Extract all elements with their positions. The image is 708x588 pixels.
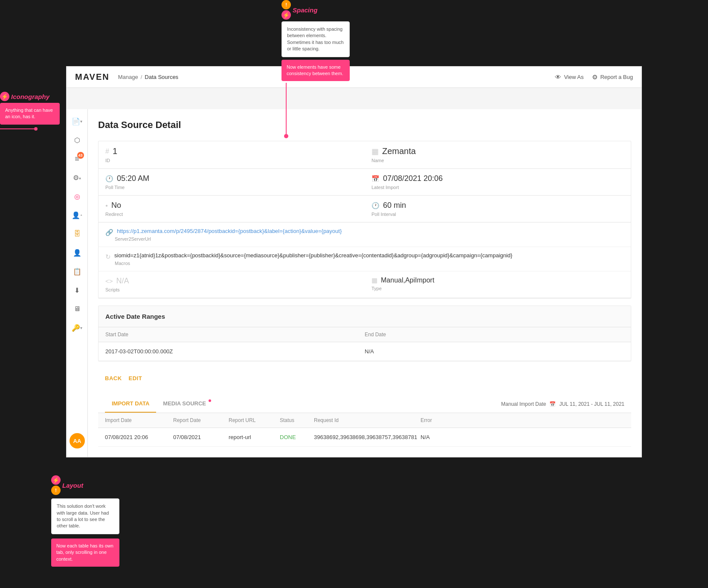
macros-label: Macros bbox=[115, 261, 624, 266]
poll-time-value: 05:20 AM bbox=[117, 174, 149, 183]
clock-icon-interval: 🕐 bbox=[371, 202, 380, 210]
col-report-date: Report Date bbox=[173, 417, 229, 423]
field-server-url: 🔗 https://p1.zemanta.com/p/2495/2874/pos… bbox=[99, 223, 631, 247]
badge-count: 43 bbox=[77, 152, 84, 159]
layout-warning-icon: ! bbox=[51, 486, 61, 495]
latest-import-value: 07/08/2021 20:06 bbox=[383, 174, 443, 183]
field-scripts: <> N/A Scripts bbox=[99, 271, 365, 298]
sidebar-icon-profile[interactable]: 👤 bbox=[70, 245, 85, 260]
cell-status: DONE bbox=[280, 434, 314, 440]
person-add-icon: 👤 bbox=[72, 211, 80, 219]
date-range-row: 2017-03-02T00:00:00.000Z N/A bbox=[99, 342, 631, 361]
tab-media-source[interactable]: MEDIA SOURCE bbox=[156, 395, 213, 413]
database-icon: 🗄 bbox=[74, 230, 81, 238]
id-value: 1 bbox=[113, 146, 117, 156]
breadcrumb-manage[interactable]: Manage bbox=[118, 74, 138, 80]
spacing-bolt-icon: ⚡ bbox=[281, 10, 291, 20]
avatar[interactable]: AA bbox=[70, 433, 85, 448]
col-status: Status bbox=[280, 417, 314, 423]
logo: MAVEN bbox=[75, 72, 110, 82]
file-icon: 📋 bbox=[73, 268, 81, 276]
sidebar-icon-file[interactable]: 📋 bbox=[70, 264, 85, 279]
sidebar-icon-list-badge[interactable]: ≡ 43 bbox=[70, 151, 85, 166]
redirect-label: Redirect bbox=[105, 212, 358, 217]
iconography-connector-line bbox=[0, 128, 34, 129]
redirect-value: No bbox=[111, 201, 121, 210]
hash-icon: # bbox=[105, 148, 109, 155]
end-date-value: N/A bbox=[365, 348, 624, 355]
spacing-annotation: ! ⚡ Spacing Inconsistency with spacing b… bbox=[281, 0, 350, 138]
tabs-list: IMPORT DATA MEDIA SOURCE bbox=[105, 395, 213, 413]
manual-import-date-label: Manual Import Date bbox=[501, 401, 546, 407]
edit-button[interactable]: EDIT bbox=[129, 375, 142, 381]
link-icon: 🔗 bbox=[105, 229, 113, 236]
start-date-value: 2017-03-02T00:00:00.000Z bbox=[105, 348, 365, 355]
spacing-new-text: Now elements have some consistency betwe… bbox=[281, 60, 350, 82]
sidebar-icon-key[interactable]: 🔑 ▾ bbox=[70, 320, 85, 335]
circle-dot-icon: ● bbox=[105, 203, 108, 208]
sidebar-icon-database[interactable]: 🗄 bbox=[70, 226, 85, 242]
spacing-connector-line bbox=[286, 83, 287, 134]
field-latest-import: 📅 07/08/2021 20:06 Latest Import bbox=[365, 169, 631, 195]
breadcrumb: Manage / Data Sources bbox=[118, 74, 178, 80]
name-label: Name bbox=[371, 158, 624, 163]
scripts-value: N/A bbox=[116, 277, 129, 285]
sidebar-icon-circle[interactable]: ◎ bbox=[70, 189, 85, 204]
layout-old-text: This solution don't work with large data… bbox=[51, 498, 119, 534]
spacing-title: Spacing bbox=[293, 6, 317, 14]
download-icon: ⬇ bbox=[74, 286, 80, 294]
tabs-header: IMPORT DATA MEDIA SOURCE Manual Import D… bbox=[98, 395, 631, 413]
page-title: Data Source Detail bbox=[98, 119, 631, 131]
sidebar-icon-network[interactable]: ⬡ bbox=[70, 132, 85, 148]
sidebar-icon-monitor[interactable]: 🖥 bbox=[70, 301, 85, 317]
field-macros: ↻ siomid=z1{atnid}1z&postback={postbacki… bbox=[99, 247, 631, 271]
spacing-old-text: Inconsistency with spacing between eleme… bbox=[281, 21, 350, 57]
avatar-initials: AA bbox=[73, 438, 81, 444]
import-table: Import Date Report Date Report URL Statu… bbox=[98, 413, 631, 447]
header: MAVEN Manage / Data Sources 👁 View As ⚙ … bbox=[67, 67, 641, 88]
sidebar-icon-settings[interactable]: ⚙ ▴ bbox=[70, 170, 85, 185]
server-url-label: Server2ServerUrl bbox=[115, 236, 624, 242]
sidebar-icon-document[interactable]: 📄 ▾ bbox=[70, 114, 85, 129]
report-bug-button[interactable]: ⚙ Report a Bug bbox=[592, 73, 633, 81]
action-buttons: BACK EDIT bbox=[98, 368, 631, 388]
grid-icon-name: ▦ bbox=[371, 147, 379, 156]
profile-icon: 👤 bbox=[73, 249, 81, 257]
layout-new-text: Now each table has its own tab, only scr… bbox=[51, 539, 119, 567]
cell-report-date: 07/08/2021 bbox=[173, 434, 229, 440]
cell-request-id: 39638692,39638698,39638757,39638781 bbox=[314, 434, 421, 440]
settings-icon: ⚙ bbox=[73, 174, 79, 182]
header-actions: 👁 View As ⚙ Report a Bug bbox=[555, 73, 633, 81]
calendar-icon: 📅 bbox=[371, 175, 380, 183]
active-date-ranges-title: Active Date Ranges bbox=[99, 306, 631, 327]
latest-import-label: Latest Import bbox=[371, 185, 624, 190]
view-as-button[interactable]: 👁 View As bbox=[555, 73, 583, 81]
field-type: ▦ Manual,ApiImport Type bbox=[365, 271, 631, 298]
monitor-icon: 🖥 bbox=[74, 305, 81, 313]
view-as-icon: 👁 bbox=[555, 73, 561, 81]
field-id: # 1 ID bbox=[99, 141, 365, 169]
name-value: Zemanta bbox=[382, 146, 416, 156]
col-request-id: Request Id bbox=[314, 417, 421, 423]
field-redirect: ● No Redirect bbox=[99, 196, 365, 222]
calendar-date-icon: 📅 bbox=[549, 401, 556, 407]
iconography-bolt-icon: ⚡ bbox=[0, 92, 9, 101]
layout-bolt-icon: ⚡ bbox=[51, 475, 61, 485]
breadcrumb-separator: / bbox=[141, 74, 142, 80]
field-poll-interval: 🕐 60 min Poll Interval bbox=[365, 196, 631, 222]
manual-import-date-value: JUL 11, 2021 - JUL 11, 2021 bbox=[559, 401, 624, 407]
cell-report-url: report-url bbox=[229, 434, 280, 440]
clock-icon-poll: 🕐 bbox=[105, 175, 113, 183]
type-label: Type bbox=[371, 286, 624, 291]
back-button[interactable]: BACK bbox=[105, 375, 122, 381]
sidebar-icon-download[interactable]: ⬇ bbox=[70, 282, 85, 298]
poll-time-label: Poll Time bbox=[105, 185, 358, 190]
col-report-url: Report URL bbox=[229, 417, 280, 423]
breadcrumb-current: Data Sources bbox=[145, 74, 178, 80]
circle-icon: ◎ bbox=[74, 192, 80, 201]
tab-import-data[interactable]: IMPORT DATA bbox=[105, 395, 156, 413]
refresh-icon: ↻ bbox=[105, 253, 111, 261]
sidebar: 📄 ▾ ⬡ ≡ 43 ⚙ ▴ ◎ 👤 bbox=[67, 109, 88, 457]
grid-icon-type: ▦ bbox=[371, 277, 377, 284]
sidebar-icon-person-add[interactable]: 👤 + bbox=[70, 207, 85, 223]
